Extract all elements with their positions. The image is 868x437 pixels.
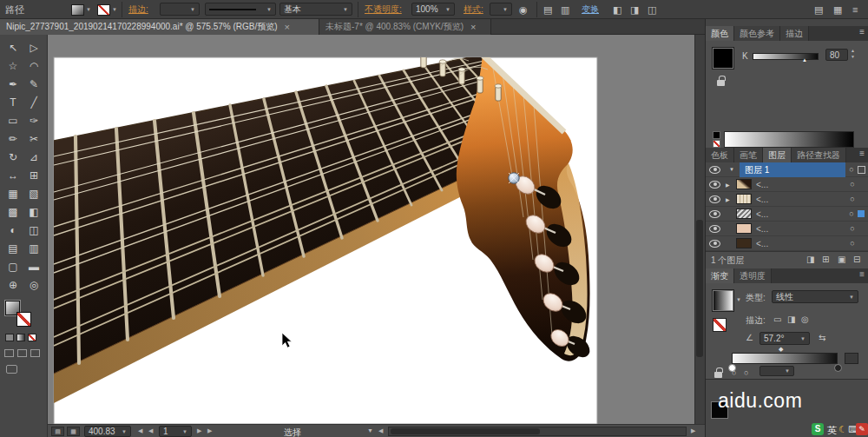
- stop-location-select[interactable]: ▼: [760, 366, 794, 376]
- type-tool[interactable]: T: [3, 95, 23, 111]
- stroke-panel-link[interactable]: 描边:: [128, 3, 148, 16]
- reverse-gradient-icon[interactable]: ⇆: [819, 332, 825, 344]
- gradient-mode-button[interactable]: [16, 334, 25, 341]
- black-swatch[interactable]: [713, 131, 720, 139]
- artboard-number-select[interactable]: 1▼: [159, 426, 192, 437]
- none-swatch[interactable]: [713, 140, 720, 148]
- panels-icon[interactable]: ▦: [833, 3, 842, 16]
- sogou-ime-icon[interactable]: S: [812, 423, 824, 435]
- slider-marker-icon[interactable]: ▲: [802, 57, 807, 63]
- fill-color-swatch[interactable]: ▼: [71, 3, 91, 17]
- panel-menu-icon[interactable]: ≡: [855, 148, 868, 162]
- isolate-icon[interactable]: ◫: [648, 3, 656, 16]
- gradient-type-select[interactable]: 线性▼: [772, 290, 858, 303]
- first-artboard-button[interactable]: ◀: [138, 427, 142, 434]
- pen-tool[interactable]: ✒: [3, 76, 23, 93]
- blend-tool[interactable]: ◫: [24, 222, 43, 239]
- tab-gradient[interactable]: 渐变: [706, 268, 734, 283]
- layer-label[interactable]: <...: [752, 239, 846, 248]
- shape-builder-tool[interactable]: ▦: [3, 186, 23, 202]
- distribute-icon[interactable]: ▥: [561, 3, 569, 16]
- symbol-sprayer-tool[interactable]: ▤: [3, 241, 23, 257]
- recolor-artwork-icon[interactable]: ◉: [519, 3, 528, 16]
- horizontal-scrollbar[interactable]: [388, 427, 687, 436]
- moon-icon[interactable]: ☾: [838, 424, 847, 435]
- status-icon[interactable]: ▦: [67, 427, 80, 436]
- opacity-select[interactable]: 100%▼: [411, 3, 455, 16]
- draw-behind-button[interactable]: [17, 349, 27, 357]
- delete-layer-icon[interactable]: ⊟: [853, 254, 860, 266]
- eyedropper-tool[interactable]: ◐: [3, 222, 23, 239]
- make-mask-icon[interactable]: ◨: [806, 254, 814, 266]
- width-tool[interactable]: ↔: [3, 168, 23, 184]
- scale-tool[interactable]: ⊿: [24, 149, 43, 166]
- new-layer-icon[interactable]: ▣: [838, 254, 845, 266]
- stroke-gradient-within-icon[interactable]: ▭: [773, 314, 781, 326]
- guitar-illustration[interactable]: [48, 35, 694, 424]
- hand-tool[interactable]: ⊕: [3, 277, 23, 294]
- layer-label[interactable]: <...: [752, 209, 845, 219]
- stroke-weight-select[interactable]: ▼: [160, 3, 200, 16]
- color-spectrum-bar[interactable]: [724, 131, 854, 148]
- layer-row[interactable]: ▶ <... ○: [706, 192, 868, 207]
- new-sublayer-icon[interactable]: ⊞: [822, 254, 829, 266]
- current-color-swatch[interactable]: [713, 48, 733, 69]
- lock-icon[interactable]: [717, 80, 725, 86]
- close-icon[interactable]: ×: [285, 22, 290, 32]
- selection-indicator[interactable]: [858, 166, 865, 174]
- expand-closed-icon[interactable]: ▶: [726, 196, 736, 202]
- visibility-eye-icon[interactable]: [709, 166, 720, 174]
- slice-tool[interactable]: ▬: [24, 259, 43, 275]
- target-circle-icon[interactable]: ○: [846, 239, 858, 248]
- rotate-tool[interactable]: ↻: [3, 149, 23, 166]
- layer-label[interactable]: <...: [752, 195, 846, 204]
- vertical-scrollbar-thumb[interactable]: [696, 220, 703, 357]
- visibility-eye-icon[interactable]: [709, 181, 720, 189]
- selection-tool[interactable]: ↖: [3, 40, 23, 56]
- visibility-eye-icon[interactable]: [709, 195, 720, 203]
- document-tab-1[interactable]: Nipic_27737901_20190214170228994000.ai* …: [0, 19, 319, 35]
- rectangle-tool[interactable]: ▭: [3, 113, 23, 129]
- scissors-tool[interactable]: ✂: [24, 131, 43, 148]
- visibility-eye-icon[interactable]: [709, 210, 720, 218]
- panel-menu-icon[interactable]: ≡: [855, 26, 868, 41]
- expand-closed-icon[interactable]: ▶: [726, 182, 736, 188]
- visibility-eye-icon[interactable]: [709, 240, 720, 248]
- workspace-icon[interactable]: ▤: [814, 3, 823, 16]
- document-tab-2[interactable]: 未标题-7* @ 400.83% (CMYK/预览) ×: [319, 19, 491, 35]
- lasso-tool[interactable]: ◠: [24, 58, 43, 75]
- visibility-eye-icon[interactable]: [709, 225, 720, 233]
- layer-row[interactable]: <... ○: [706, 236, 868, 251]
- ime-language-indicator[interactable]: 英: [827, 424, 837, 437]
- stroke-profile-select[interactable]: ▼: [205, 3, 276, 16]
- stroke-gradient-across-icon[interactable]: ◎: [801, 314, 809, 326]
- layer-row[interactable]: <... ○: [706, 207, 868, 222]
- last-artboard-button[interactable]: ▶: [207, 427, 212, 434]
- target-circle-icon[interactable]: ○: [845, 209, 858, 218]
- layer-name[interactable]: 图层 1: [740, 162, 845, 177]
- zoom-tool[interactable]: ◎: [24, 277, 43, 294]
- panel-menu-icon[interactable]: ≡: [855, 268, 868, 283]
- gradient-angle-input[interactable]: 57.2°▼: [760, 332, 810, 345]
- location-stop-icon[interactable]: ○: [744, 367, 748, 379]
- free-transform-tool[interactable]: ⊞: [24, 168, 43, 184]
- tab-stroke[interactable]: 描边: [780, 26, 809, 41]
- stroke-proxy-swatch[interactable]: [16, 312, 31, 327]
- pencil-tool[interactable]: ✏: [3, 131, 23, 148]
- menu-icon[interactable]: ≡: [852, 3, 858, 16]
- target-circle-icon[interactable]: ○: [846, 195, 858, 203]
- lock-icon[interactable]: [714, 372, 722, 378]
- layer-row[interactable]: <... ○: [706, 222, 868, 236]
- k-slider[interactable]: [753, 53, 819, 60]
- layer-label[interactable]: <...: [752, 180, 846, 189]
- gradient-stop-right[interactable]: [834, 364, 842, 372]
- gradient-tool[interactable]: ◧: [24, 204, 43, 221]
- paintbrush-tool[interactable]: ✑: [24, 113, 43, 129]
- stroke-color-swatch[interactable]: ▼: [97, 3, 117, 17]
- tab-color[interactable]: 颜色: [706, 26, 734, 41]
- column-graph-tool[interactable]: ▥: [24, 241, 43, 257]
- status-options-icon[interactable]: ▼: [367, 427, 373, 434]
- tab-swatches[interactable]: 色板: [706, 148, 734, 162]
- perspective-grid-tool[interactable]: ▧: [24, 186, 43, 202]
- gradient-preview-swatch[interactable]: [713, 290, 733, 311]
